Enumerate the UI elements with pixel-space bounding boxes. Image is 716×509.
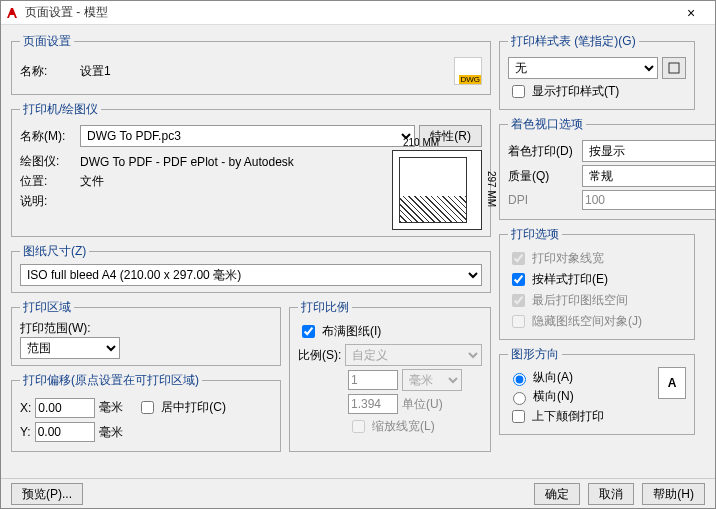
opt1-checkbox (512, 252, 525, 265)
paper-size-legend: 图纸尺寸(Z) (20, 243, 89, 260)
x-label: X: (20, 401, 31, 415)
shaded-legend: 着色视口选项 (508, 116, 586, 133)
printer-legend: 打印机/绘图仪 (20, 101, 101, 118)
preview-width: 210 MM (403, 137, 439, 148)
printer-group: 打印机/绘图仪 名称(M): DWG To PDF.pc3 特性(R) 绘图仪:… (11, 101, 491, 237)
landscape-label: 横向(N) (533, 388, 574, 405)
style-table-select[interactable]: 无 (508, 57, 658, 79)
scale-select: 自定义 (345, 344, 482, 366)
scale-unit1: 毫米 (402, 369, 462, 391)
shade-select[interactable]: 按显示 (582, 140, 716, 162)
scale-unit2: 单位(U) (402, 396, 443, 413)
orientation-legend: 图形方向 (508, 346, 562, 363)
paper-size-group: 图纸尺寸(Z) ISO full bleed A4 (210.00 x 297.… (11, 243, 491, 293)
dpi-label: DPI (508, 193, 578, 207)
cancel-button[interactable]: 取消 (588, 483, 634, 505)
opt1-label: 打印对象线宽 (532, 250, 604, 267)
footer: 预览(P)... 确定 取消 帮助(H) (1, 478, 715, 508)
dwg-icon (454, 57, 482, 85)
desc-label: 说明: (20, 193, 76, 210)
window-title: 页面设置 - 模型 (25, 4, 671, 21)
y-unit: 毫米 (99, 424, 123, 441)
opt4-checkbox (512, 315, 525, 328)
scale-val1 (348, 370, 398, 390)
y-label: Y: (20, 425, 31, 439)
close-button[interactable]: × (671, 5, 711, 21)
print-area-group: 打印区域 打印范围(W): 范围 (11, 299, 281, 366)
style-table-legend: 打印样式表 (笔指定)(G) (508, 33, 639, 50)
opt2-label: 按样式打印(E) (532, 271, 608, 288)
paper-preview: 210 MM 297 MM (392, 150, 482, 230)
x-unit: 毫米 (99, 399, 123, 416)
svg-rect-0 (669, 63, 679, 73)
titlebar: 页面设置 - 模型 × (1, 1, 715, 25)
style-table-group: 打印样式表 (笔指定)(G) 无 显示打印样式(T) (499, 33, 695, 110)
style-edit-button[interactable] (662, 57, 686, 79)
edit-icon (668, 62, 680, 74)
opt3-checkbox (512, 294, 525, 307)
scale-group: 打印比例 布满图纸(I) 比例(S):自定义 毫米 单位(U) 缩放线宽(L) (289, 299, 491, 452)
dpi-input (582, 190, 716, 210)
shaded-group: 着色视口选项 着色打印(D)按显示 质量(Q)常规 DPI (499, 116, 716, 220)
ok-button[interactable]: 确定 (534, 483, 580, 505)
paper-size-select[interactable]: ISO full bleed A4 (210.00 x 297.00 毫米) (20, 264, 482, 286)
autocad-icon (5, 6, 21, 20)
show-styles-checkbox[interactable] (512, 85, 525, 98)
fit-checkbox[interactable] (302, 325, 315, 338)
orientation-icon: A (658, 367, 686, 399)
printer-select[interactable]: DWG To PDF.pc3 (80, 125, 415, 147)
y-input[interactable] (35, 422, 95, 442)
center-checkbox[interactable] (141, 401, 154, 414)
printer-name-label: 名称(M): (20, 128, 76, 145)
what-label: 打印范围(W): (20, 320, 272, 337)
orientation-group: 图形方向 纵向(A) 横向(N) 上下颠倒打印 A (499, 346, 695, 435)
offset-legend: 打印偏移(原点设置在可打印区域) (20, 372, 202, 389)
portrait-radio[interactable] (513, 373, 526, 386)
scale-lw-label: 缩放线宽(L) (372, 418, 435, 435)
setup-name: 设置1 (80, 63, 450, 80)
scale-label: 比例(S): (298, 347, 341, 364)
opt4-label: 隐藏图纸空间对象(J) (532, 313, 642, 330)
quality-select[interactable]: 常规 (582, 165, 716, 187)
upside-label: 上下颠倒打印 (532, 408, 604, 425)
scale-legend: 打印比例 (298, 299, 352, 316)
portrait-label: 纵向(A) (533, 369, 573, 386)
opt2-checkbox[interactable] (512, 273, 525, 286)
location-value: 文件 (80, 173, 104, 190)
help-button[interactable]: 帮助(H) (642, 483, 705, 505)
shade-label: 着色打印(D) (508, 143, 578, 160)
landscape-radio[interactable] (513, 392, 526, 405)
location-label: 位置: (20, 173, 76, 190)
scale-lw-checkbox (352, 420, 365, 433)
offset-group: 打印偏移(原点设置在可打印区域) X: 毫米 居中打印(C) Y: 毫米 (11, 372, 281, 452)
center-label: 居中打印(C) (161, 399, 226, 416)
name-label: 名称: (20, 63, 76, 80)
fit-label: 布满图纸(I) (322, 323, 381, 340)
upside-checkbox[interactable] (512, 410, 525, 423)
options-group: 打印选项 打印对象线宽 按样式打印(E) 最后打印图纸空间 隐藏图纸空间对象(J… (499, 226, 695, 340)
opt3-label: 最后打印图纸空间 (532, 292, 628, 309)
plotter-value: DWG To PDF - PDF ePlot - by Autodesk (80, 155, 294, 169)
preview-button[interactable]: 预览(P)... (11, 483, 83, 505)
scale-val2 (348, 394, 398, 414)
plotter-label: 绘图仪: (20, 153, 76, 170)
options-legend: 打印选项 (508, 226, 562, 243)
print-what-select[interactable]: 范围 (20, 337, 120, 359)
page-setup-group: 页面设置 名称: 设置1 (11, 33, 491, 95)
quality-label: 质量(Q) (508, 168, 578, 185)
page-setup-legend: 页面设置 (20, 33, 74, 50)
preview-height: 297 MM (486, 171, 497, 207)
print-area-legend: 打印区域 (20, 299, 74, 316)
show-styles-label: 显示打印样式(T) (532, 83, 619, 100)
x-input[interactable] (35, 398, 95, 418)
